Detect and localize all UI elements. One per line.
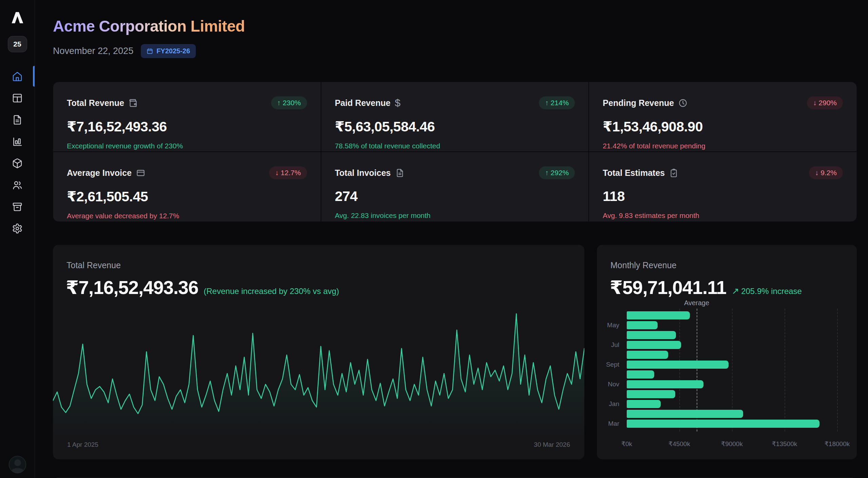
revenue-bar[interactable] xyxy=(627,410,743,418)
file-text-icon xyxy=(12,114,23,125)
stat-subtitle: 78.58% of total revenue collected xyxy=(335,142,575,150)
stat-card-total-invoices: Total Invoices ↑ 292% 274 Avg. 22.83 inv… xyxy=(321,152,589,221)
sidebar-nav xyxy=(0,69,35,235)
stat-card-average-invoice: Average Invoice ↓ 12.7% ₹2,61,505.45 Ave… xyxy=(53,152,321,221)
sidebar-item-dashboard[interactable] xyxy=(0,91,35,105)
fiscal-year-label: FY2025-26 xyxy=(156,47,190,55)
revenue-bar[interactable] xyxy=(627,341,681,349)
revenue-bar[interactable] xyxy=(627,311,690,319)
monthly-revenue-bars[interactable]: MayJulSeptNovJanMar xyxy=(597,310,850,428)
trend-badge: ↑ 292% xyxy=(539,166,575,179)
stat-card-paid-revenue: Paid Revenue $ ↑ 214% ₹5,63,05,584.46 78… xyxy=(321,82,589,151)
revenue-bar[interactable] xyxy=(627,400,661,408)
active-indicator xyxy=(33,66,35,87)
axis-tick-label: ₹4500k xyxy=(668,440,690,448)
axis-tick-label: ₹18000k xyxy=(825,440,850,448)
bar-row-aug xyxy=(597,350,850,360)
bar-row-feb xyxy=(597,409,850,419)
revenue-bar[interactable] xyxy=(627,380,703,388)
bar-row-jul: Jul xyxy=(597,340,850,350)
bar-row-sept: Sept xyxy=(597,360,850,369)
bar-row-apr xyxy=(597,310,850,320)
stat-value: ₹7,16,52,493.36 xyxy=(67,118,307,135)
date-row: November 22, 2025 FY2025-26 xyxy=(53,44,857,58)
bar-row-dec xyxy=(597,389,850,399)
revenue-bar[interactable] xyxy=(627,420,819,428)
axis-tick-label: ₹13500k xyxy=(772,440,797,448)
credit-card-icon xyxy=(136,168,145,178)
stat-title: Total Invoices xyxy=(335,168,391,178)
month-label: May xyxy=(597,321,623,329)
month-label: Jan xyxy=(597,400,623,408)
bar-chart-icon xyxy=(12,136,23,147)
trend-badge: ↑ 214% xyxy=(539,96,575,109)
archive-icon xyxy=(12,201,23,212)
bar-row-may: May xyxy=(597,320,850,330)
month-label: Nov xyxy=(597,381,623,388)
fiscal-year-badge[interactable]: FY2025-26 xyxy=(141,44,196,58)
sidebar-item-home[interactable] xyxy=(0,69,35,83)
stat-value: ₹2,61,505.45 xyxy=(67,188,307,205)
bar-row-jun xyxy=(597,330,850,340)
org-count-badge[interactable]: 25 xyxy=(8,36,27,52)
month-label: Mar xyxy=(597,420,623,427)
main-content: Acme Corporation Limited November 22, 20… xyxy=(35,0,868,478)
settings-icon xyxy=(12,223,23,234)
revenue-bar[interactable] xyxy=(627,321,658,329)
stat-subtitle: Avg. 9.83 estimates per month xyxy=(603,212,843,220)
stat-subtitle: Avg. 22.83 invoices per month xyxy=(335,212,575,220)
month-label: Jul xyxy=(597,341,623,349)
trend-badge: ↓ 290% xyxy=(807,96,843,109)
file-text-icon xyxy=(395,168,404,178)
line-chart-x-axis: 1 Apr 2025 30 Mar 2026 xyxy=(67,441,570,448)
sidebar-item-inventory[interactable] xyxy=(0,200,35,214)
stat-title: Paid Revenue xyxy=(335,98,391,108)
trend-badge: ↓ 9.2% xyxy=(809,166,843,179)
revenue-bar[interactable] xyxy=(627,331,676,339)
revenue-bar[interactable] xyxy=(627,351,668,359)
app-logo[interactable] xyxy=(10,10,25,25)
axis-tick-label: ₹0k xyxy=(621,440,632,448)
stat-value: ₹5,63,05,584.46 xyxy=(335,118,575,135)
sidebar-item-invoices[interactable] xyxy=(0,113,35,127)
stat-title: Total Estimates xyxy=(603,168,665,178)
stat-value: 274 xyxy=(335,188,575,204)
calendar-icon xyxy=(147,48,153,54)
stat-value: 118 xyxy=(603,188,843,204)
users-icon xyxy=(12,180,23,190)
sidebar-item-reports[interactable] xyxy=(0,134,35,148)
bar-row-jan: Jan xyxy=(597,399,850,409)
revenue-bar[interactable] xyxy=(627,370,654,379)
bar-row-nov: Nov xyxy=(597,379,850,389)
wallet-icon xyxy=(129,98,138,108)
bar-chart-x-axis: ₹0k₹4500k₹9000k₹13500k₹18000k xyxy=(627,440,837,448)
sidebar-item-settings[interactable] xyxy=(0,221,35,235)
axis-tick-label: ₹9000k xyxy=(721,440,743,448)
chart-note: (Revenue increased by 230% vs avg) xyxy=(204,287,339,296)
sidebar-item-customers[interactable] xyxy=(0,178,35,192)
current-date: November 22, 2025 xyxy=(53,46,133,56)
user-avatar[interactable] xyxy=(9,456,26,473)
x-axis-end: 30 Mar 2026 xyxy=(534,441,570,448)
revenue-bar[interactable] xyxy=(627,390,675,398)
charts-row: Total Revenue ₹7,16,52,493.36 (Revenue i… xyxy=(53,245,857,459)
acme-logo-icon xyxy=(10,10,25,25)
month-label: Sept xyxy=(597,361,623,368)
dollar-icon: $ xyxy=(395,98,401,108)
trend-badge: ↑ 230% xyxy=(271,96,307,109)
stat-subtitle: 21.42% of total revenue pending xyxy=(603,142,843,150)
sidebar-item-products[interactable] xyxy=(0,156,35,170)
chart-title: Monthly Revenue xyxy=(610,260,677,270)
trend-up-icon: ↗ xyxy=(732,286,739,296)
monthly-revenue-chart-card: Monthly Revenue ₹59,71,041.11 ↗ 205.9% i… xyxy=(597,245,857,459)
revenue-line-chart[interactable] xyxy=(53,295,584,437)
stat-card-pending-revenue: Pending Revenue ↓ 290% ₹1,53,46,908.90 2… xyxy=(589,82,856,151)
x-axis-start: 1 Apr 2025 xyxy=(67,441,98,448)
bar-row-oct xyxy=(597,369,850,379)
home-icon xyxy=(12,71,23,82)
stat-subtitle: Average value decreased by 12.7% xyxy=(67,212,307,220)
stat-value: ₹1,53,46,908.90 xyxy=(603,118,843,135)
revenue-bar[interactable] xyxy=(627,361,729,369)
stats-panel: Total Revenue ↑ 230% ₹7,16,52,493.36 Exc… xyxy=(53,82,857,222)
avatar-silhouette xyxy=(14,459,21,466)
